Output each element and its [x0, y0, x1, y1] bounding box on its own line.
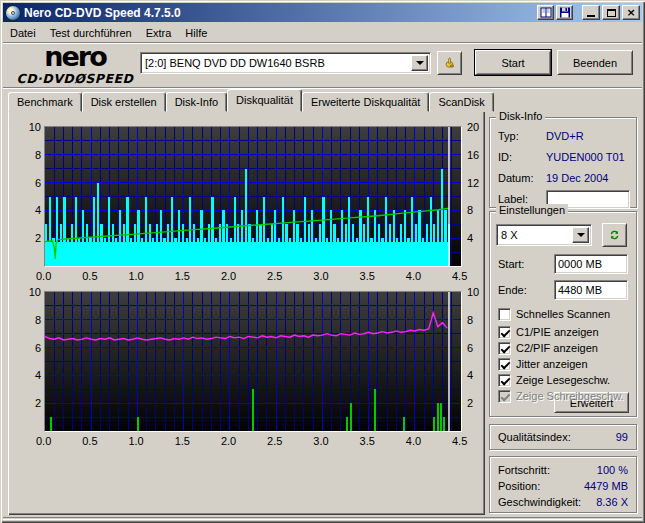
x-axis-tick-jitter: 0.0 [36, 435, 51, 447]
x-axis-tick-jitter: 0.5 [82, 435, 97, 447]
y-axis-right-tick-jitter: 4 [467, 369, 473, 381]
y-axis-left-tick-jitter: 2 [23, 397, 41, 409]
x-axis-tick-jitter: 3.0 [313, 435, 328, 447]
start-button[interactable]: Start [475, 50, 551, 75]
nero-logo: nero CD·DVDØSPEED [14, 45, 136, 86]
y-axis-left-tick-pi-errors: 8 [23, 149, 41, 161]
y-axis-left-tick-jitter: 6 [23, 342, 41, 354]
chevron-down-icon[interactable] [411, 55, 428, 71]
speed-select-value: 8 X [497, 229, 570, 241]
disk-info-value: DVD+R [546, 130, 584, 142]
disk-info-row-id: ID:YUDEN000 T01 [498, 151, 630, 163]
create-disc-button[interactable] [437, 51, 462, 75]
y-axis-left-tick-pi-errors: 6 [23, 177, 41, 189]
progress-row-fortschritt: Fortschritt:100 % [498, 464, 628, 476]
close-button[interactable]: × [622, 5, 640, 20]
x-axis-tick-jitter: 1.5 [175, 435, 190, 447]
minimize-button[interactable] [582, 5, 600, 20]
checkbox-c2-pif-anzeigen[interactable]: C2/PIF anzeigen [498, 341, 598, 355]
progress-value: 8.36 X [596, 496, 628, 508]
disk-info-value: YUDEN000 T01 [546, 151, 625, 163]
x-axis-tick-pi-errors: 1.5 [175, 270, 190, 282]
x-axis-tick-pi-errors: 2.5 [267, 270, 282, 282]
x-axis-tick-pi-errors: 3.5 [360, 270, 375, 282]
progress-label: Position: [498, 480, 584, 492]
titlebar[interactable]: Nero CD-DVD Speed 4.7.5.0 [3, 3, 642, 22]
x-axis-tick-pi-errors: 2.0 [221, 270, 236, 282]
window-title: Nero CD-DVD Speed 4.7.5.0 [24, 6, 181, 20]
tab-bar: BenchmarkDisk erstellenDisk-InfoDiskqual… [8, 89, 494, 112]
y-axis-left-tick-pi-errors: 2 [23, 232, 41, 244]
x-axis-tick-pi-errors: 4.5 [452, 270, 467, 282]
x-axis-tick-jitter: 1.0 [128, 435, 143, 447]
x-axis-tick-pi-errors: 1.0 [128, 270, 143, 282]
menu-item-extra[interactable]: Extra [139, 25, 179, 41]
quality-index-value: 99 [616, 431, 628, 443]
checkbox-schnelles-scannen[interactable]: Schnelles Scannen [498, 307, 610, 321]
chevron-down-icon[interactable] [572, 227, 589, 243]
menu-item-datei[interactable]: Datei [3, 25, 43, 41]
y-axis-right-tick-jitter: 8 [467, 314, 473, 326]
close-icon: × [626, 8, 635, 18]
refresh-icon [609, 228, 620, 242]
checkbox-label: Zeige Lesegeschw. [516, 374, 610, 386]
checkbox-box[interactable] [498, 326, 511, 339]
checkbox-box[interactable] [498, 374, 511, 387]
drive-select-value: [2:0] BENQ DVD DD DW1640 BSRB [141, 57, 409, 69]
checkbox-label: Zeige Schreibgeschw. [516, 390, 624, 402]
end-position-field[interactable]: 4480 MB [554, 280, 628, 300]
maximize-icon [607, 9, 616, 17]
disk-info-panel: Disk-Info Typ:DVD+RID:YUDEN000 T01Datum:… [489, 117, 637, 208]
checkbox-box[interactable] [498, 342, 511, 355]
tab-diskqualit-t[interactable]: Diskqualität [227, 89, 302, 112]
save-icon[interactable] [556, 5, 573, 20]
checkbox-jitter-anzeigen[interactable]: Jitter anzeigen [498, 357, 588, 371]
checkbox-box[interactable] [498, 308, 511, 321]
report-icon [540, 7, 552, 18]
y-axis-right-tick-jitter: 6 [467, 342, 473, 354]
y-axis-right-tick-pi-errors: 20 [467, 121, 479, 133]
minimize-icon [587, 15, 595, 17]
app-cd-icon [5, 5, 21, 21]
tab-disk-info[interactable]: Disk-Info [166, 92, 227, 112]
disk-info-label: Typ: [498, 130, 546, 142]
checkbox-label: Jitter anzeigen [516, 358, 588, 370]
cddvdspeed-logo-text: CD·DVDØSPEED [14, 71, 136, 86]
checkbox-zeige-lesegeschw[interactable]: Zeige Lesegeschw. [498, 373, 610, 387]
y-axis-right-tick-pi-errors: 4 [467, 232, 473, 244]
checkbox-c1-pie-anzeigen[interactable]: C1/PIE anzeigen [498, 325, 599, 339]
tab-erweiterte-diskqualit-t[interactable]: Erweiterte Diskqualität [302, 92, 429, 112]
end-position-label: Ende: [498, 284, 527, 296]
settings-panel: Einstellungen 8 X Start: 0000 MB Ende: 4… [489, 211, 637, 417]
save-icon [559, 7, 571, 18]
disk-info-row-typ: Typ:DVD+R [498, 130, 630, 142]
x-axis-tick-pi-errors: 0.0 [36, 270, 51, 282]
x-axis-tick-jitter: 3.5 [360, 435, 375, 447]
y-axis-right-tick-pi-errors: 12 [467, 177, 479, 189]
x-axis-tick-jitter: 4.5 [452, 435, 467, 447]
report-icon[interactable] [537, 5, 554, 20]
refresh-button[interactable] [602, 223, 627, 247]
disk-info-title: Disk-Info [496, 110, 545, 122]
tab-disk-erstellen[interactable]: Disk erstellen [82, 92, 166, 112]
y-axis-left-tick-pi-errors: 10 [23, 121, 41, 133]
tab-scandisk[interactable]: ScanDisk [429, 92, 493, 112]
x-axis-tick-pi-errors: 4.0 [406, 270, 421, 282]
pi-errors-chart [44, 126, 462, 267]
checkbox-box [498, 390, 511, 403]
checkbox-label: Schnelles Scannen [516, 308, 610, 320]
progress-row-position: Position:4479 MB [498, 480, 628, 492]
y-axis-left-tick-jitter: 4 [23, 369, 41, 381]
y-axis-right-tick-jitter: 10 [467, 286, 479, 298]
checkbox-box[interactable] [498, 358, 511, 371]
maximize-button[interactable] [602, 5, 620, 20]
menu-item-test-durchf-hren[interactable]: Test durchführen [43, 25, 139, 41]
tab-benchmark[interactable]: Benchmark [8, 92, 82, 112]
y-axis-left-tick-jitter: 10 [23, 286, 41, 298]
start-position-field[interactable]: 0000 MB [554, 254, 628, 274]
y-axis-right-tick-pi-errors: 8 [467, 204, 473, 216]
quit-button[interactable]: Beenden [557, 50, 633, 75]
menu-item-hilfe[interactable]: Hilfe [178, 25, 214, 41]
speed-select[interactable]: 8 X [496, 224, 592, 246]
drive-select[interactable]: [2:0] BENQ DVD DD DW1640 BSRB [140, 52, 431, 74]
